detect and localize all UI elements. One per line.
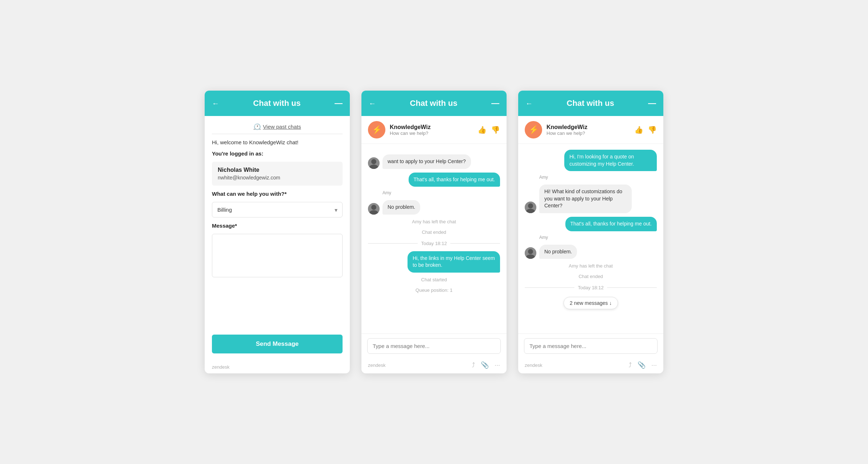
message-row-user-2: Hi, the links in my Help Center seem to … [368,251,500,273]
agent-bubble-3-2: No problem. [539,245,577,259]
svg-point-4 [371,205,376,210]
rating-buttons-2: 👍 👎 [478,125,500,134]
agent-avatar-3: ⚡ [525,121,542,138]
msg-sender-amy-3: Amy [525,175,657,180]
svg-point-7 [528,203,533,208]
amy-avatar-2 [368,203,380,215]
message-row-agent-3-2: No problem. [525,245,657,259]
chat-widget-1: ← Chat with us — 🕐 View past chats Hi, w… [205,91,350,373]
header-1: ← Chat with us — [205,91,350,116]
chat-footer-3: zendesk ⤴ 📎 ··· [518,358,663,373]
system-queue-1: Queue position: 1 [368,287,500,294]
new-messages-badge[interactable]: 2 new messages ↓ [564,297,618,309]
attachment-icon-3[interactable]: 📎 [638,361,646,369]
thumbs-up-button-2[interactable]: 👍 [478,125,487,134]
divider-line-right-1 [450,243,500,244]
message-row-user-3-1: Hi, I'm looking for a quote on customizi… [525,150,657,171]
agent-header-3: ⚡ KnowledgeWiz How can we help? 👍 👎 [518,116,663,144]
rating-buttons-3: 👍 👎 [634,125,657,134]
chat-messages-3: Hi, I'm looking for a quote on customizi… [518,144,663,334]
message-label: Message* [212,223,343,229]
header-title-3: Chat with us [533,99,648,108]
chat-input-2[interactable] [367,338,501,354]
divider-line-left-3 [525,287,574,288]
back-button-1[interactable]: ← [212,99,219,108]
welcome-text: Hi, welcome to KnowledgeWiz chat! [212,139,343,145]
agent-bubble-3-1: Hi! What kind of customizations do you w… [539,185,632,213]
zendesk-label-2: zendesk [368,362,385,368]
svg-point-1 [371,159,376,164]
message-row-agent-2: No problem. [368,200,500,215]
agent-avatar-2: ⚡ [368,121,385,138]
chat-messages-2: want to apply to your Help Center? That'… [361,144,507,334]
thumbs-down-button-2[interactable]: 👎 [491,125,500,134]
agent-subtitle-3: How can we help? [546,130,630,136]
view-past-chats-label: View past chats [263,124,301,130]
pre-chat-body: 🕐 View past chats Hi, welcome to Knowled… [205,116,350,361]
header-2: ← Chat with us — [361,91,507,116]
topic-select-wrapper: Billing Technical General ▾ [212,202,343,218]
minimize-button-3[interactable]: — [648,99,656,107]
thumbs-up-button-3[interactable]: 👍 [634,125,643,134]
amy-avatar-3 [525,202,536,213]
minimize-button-1[interactable]: — [335,99,343,107]
more-icon-3[interactable]: ··· [651,361,657,369]
agent-info-3: KnowledgeWiz How can we help? [546,124,630,136]
header-title-1: Chat with us [219,99,335,108]
back-button-2[interactable]: ← [369,99,376,108]
msg-sender-amy-3-2: Amy [525,235,657,240]
message-row-user-1: That's all, thanks for helping me out. [368,173,500,187]
header-title-2: Chat with us [376,99,491,108]
more-icon-2[interactable]: ··· [495,361,500,369]
user-bubble-3-2: That's all, thanks for helping me out. [565,217,657,231]
logged-in-label: You're logged in as: [212,150,343,157]
chat-widget-2: ← Chat with us — ⚡ KnowledgeWiz How can … [361,91,507,373]
user-bubble-2: Hi, the links in my Help Center seem to … [408,251,500,273]
agent-header-2: ⚡ KnowledgeWiz How can we help? 👍 👎 [361,116,507,144]
clock-icon: 🕐 [254,123,261,130]
message-row-agent-3-1: Hi! What kind of customizations do you w… [525,185,657,213]
view-past-chats-link[interactable]: 🕐 View past chats [212,123,343,134]
amy-avatar-3-2 [525,247,536,259]
send-message-button[interactable]: Send Message [212,335,343,353]
zendesk-label-3: zendesk [525,362,542,368]
agent-bubble-2: No problem. [382,200,420,215]
attachment-icon-2[interactable]: 📎 [481,361,489,369]
divider-1: Today 18:12 [368,241,500,246]
user-bubble-3-1: Hi, I'm looking for a quote on customizi… [564,150,657,171]
agent-subtitle-2: How can we help? [390,130,473,136]
divider-time-3: Today 18:12 [578,285,604,290]
chat-input-area-2 [361,334,507,358]
message-row-agent-1: want to apply to your Help Center? [368,154,500,169]
user-email: nwhite@knowledgewiz.com [218,175,337,181]
agent-name-3: KnowledgeWiz [546,124,630,130]
topic-select[interactable]: Billing Technical General [212,202,343,218]
share-icon-2[interactable]: ⤴ [472,361,475,369]
user-name: Nicholas White [218,167,337,173]
share-icon-3[interactable]: ⤴ [629,361,632,369]
divider-3: Today 18:12 [525,285,657,290]
user-info-box: Nicholas White nwhite@knowledgewiz.com [212,162,343,186]
agent-name-2: KnowledgeWiz [390,124,473,130]
divider-line-left-1 [368,243,418,244]
system-ended-3: Chat ended [525,273,657,280]
divider-time-1: Today 18:12 [421,241,447,246]
thumbs-down-button-3[interactable]: 👎 [648,125,657,134]
footer-icons-2: ⤴ 📎 ··· [472,361,500,369]
footer-icons-3: ⤴ 📎 ··· [629,361,657,369]
system-started-1: Chat started [368,276,500,283]
agent-info-2: KnowledgeWiz How can we help? [390,124,473,136]
minimize-button-2[interactable]: — [491,99,499,107]
system-left-3: Amy has left the chat [525,262,657,269]
chat-input-3[interactable] [524,338,658,354]
agent-bubble-1: want to apply to your Help Center? [382,154,471,169]
message-row-user-3-2: That's all, thanks for helping me out. [525,217,657,231]
back-button-3[interactable]: ← [525,99,533,108]
message-textarea[interactable] [212,234,343,277]
chat-widget-3: ← Chat with us — ⚡ KnowledgeWiz How can … [518,91,663,373]
help-label: What can we help you with?* [212,191,343,197]
svg-point-10 [528,249,533,254]
system-ended-1: Chat ended [368,229,500,236]
zendesk-label-1: zendesk [205,361,350,373]
divider-line-right-3 [607,287,657,288]
